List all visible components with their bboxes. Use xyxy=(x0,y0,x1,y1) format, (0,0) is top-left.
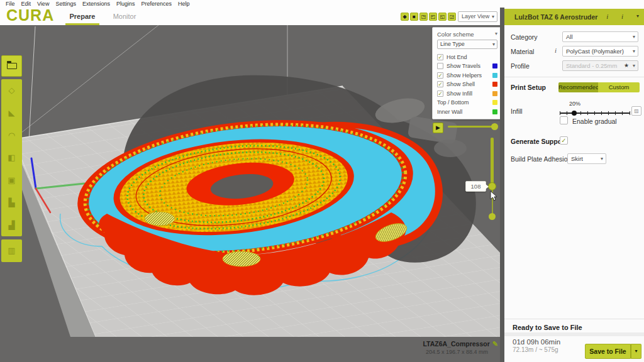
menu-preferences[interactable]: Preferences xyxy=(138,0,175,8)
adhesion-dropdown[interactable]: Skirt ▾ xyxy=(567,153,606,164)
view-front-icon[interactable]: ■ xyxy=(410,13,418,21)
show-infill-checkbox[interactable]: ✓ xyxy=(437,90,443,97)
category-value: All xyxy=(566,33,573,40)
generate-support-label: Generate Support xyxy=(511,138,567,145)
chevron-down-icon: ▾ xyxy=(633,61,635,70)
shell-color-swatch xyxy=(492,82,497,87)
menu-view[interactable]: View xyxy=(34,0,52,8)
view-top-icon[interactable]: ◳ xyxy=(419,13,428,21)
infill-pattern-button[interactable]: ▨ xyxy=(631,106,641,116)
machine-header[interactable]: LulzBot TAZ 6 Aerostruder i i ▾ xyxy=(504,9,644,25)
infill-label: Infill xyxy=(511,107,523,115)
cura-logo: CURA xyxy=(6,6,54,25)
layer-slider-bottom-handle[interactable] xyxy=(489,213,496,220)
menu-help[interactable]: Help xyxy=(175,0,193,8)
settings-panel: LulzBot TAZ 6 Aerostruder i i ▾ Category… xyxy=(500,0,644,362)
support-blocker-tool-icon[interactable]: ▟ xyxy=(1,221,22,230)
infill-slider-handle[interactable] xyxy=(572,111,577,116)
show-travels-checkbox[interactable] xyxy=(437,63,443,69)
menu-edit[interactable]: Edit xyxy=(18,0,35,8)
hot-end-label: Hot End xyxy=(447,54,467,60)
menu-file[interactable]: File xyxy=(3,0,18,8)
menu-plugins[interactable]: Plugins xyxy=(113,0,138,8)
color-scheme-label: Color scheme xyxy=(437,31,474,38)
tab-monitor[interactable]: Monitor xyxy=(109,13,140,20)
enable-gradual-label: Enable gradual xyxy=(572,118,617,125)
layer-slider-track-upper[interactable] xyxy=(491,138,494,187)
path-slider-handle[interactable] xyxy=(491,123,498,130)
view-left-icon[interactable]: ◰ xyxy=(429,13,437,21)
path-slider-track[interactable] xyxy=(448,126,496,128)
layer-row-travels: Show Travels xyxy=(437,62,497,71)
custom-supports-tool-icon[interactable]: ▙ xyxy=(1,198,22,207)
profile-dropdown[interactable]: Standard - 0.25mm ★ ▾ xyxy=(562,60,638,71)
show-shell-checkbox[interactable]: ✓ xyxy=(437,81,443,87)
print-setup-label: Print Setup xyxy=(511,84,546,91)
profile-value: Standard - 0.25mm xyxy=(566,62,617,69)
save-to-file-button[interactable]: Save to File xyxy=(585,344,631,359)
chevron-down-icon: ▾ xyxy=(633,47,635,56)
tab-prepare[interactable]: Prepare xyxy=(65,13,99,20)
viewport-3d-scene[interactable] xyxy=(0,25,500,362)
inner-wall-label: Inner Wall xyxy=(437,109,462,115)
view-right-icon[interactable]: ◱ xyxy=(438,13,447,21)
rotate-tool-icon[interactable]: ◠ xyxy=(1,131,22,140)
show-shell-label: Show Shell xyxy=(447,81,475,87)
edit-name-icon[interactable]: ✎ xyxy=(492,340,498,348)
material-dropdown[interactable]: PolyCast (Polymaker) ▾ xyxy=(562,46,638,57)
helpers-color-swatch xyxy=(492,73,497,78)
play-layer-animation-button[interactable]: ▶ xyxy=(433,123,443,133)
chevron-down-icon: ▾ xyxy=(492,40,495,48)
color-scheme-dropdown[interactable]: Line Type ▾ xyxy=(437,40,497,49)
layer-number-tooltip: 108 xyxy=(465,181,486,192)
collapse-icon[interactable]: ▾ xyxy=(495,31,497,36)
material-usage-estimate: 72.13m / ~ 575g xyxy=(513,346,558,353)
build-plate-adhesion-label: Build Plate Adhesion xyxy=(511,155,571,163)
top-bottom-label: Top / Bottom xyxy=(437,99,469,106)
chevron-down-icon: ▾ xyxy=(633,32,635,41)
enable-gradual-checkbox[interactable] xyxy=(560,116,568,124)
view-3d-icon[interactable]: ◆ xyxy=(401,13,409,21)
divider xyxy=(504,77,644,77)
show-helpers-label: Show Helpers xyxy=(447,72,482,79)
view-bottom-icon[interactable]: ◲ xyxy=(448,13,456,21)
tool-strip: ◇ ◣ ◠ ◧ ▣ ▙ ▟ xyxy=(1,79,22,236)
move-tool-icon[interactable]: ◇ xyxy=(1,85,22,95)
custom-button[interactable]: Custom xyxy=(598,82,640,92)
profile-label: Profile xyxy=(511,62,530,70)
info-icons[interactable]: i i xyxy=(606,13,629,20)
category-dropdown[interactable]: All ▾ xyxy=(562,31,638,42)
layer-slider-handle[interactable] xyxy=(488,182,496,190)
generate-support-checkbox[interactable]: ✓ xyxy=(560,136,568,145)
divider xyxy=(504,319,644,319)
scale-tool-icon[interactable]: ◣ xyxy=(1,108,22,118)
per-model-settings-tool-icon[interactable]: ▣ xyxy=(1,175,22,185)
print-time-estimate: 01d 09h 06min xyxy=(513,338,560,346)
layer-row-infill: ✓ Show Infill xyxy=(437,89,497,98)
top-bottom-color-swatch xyxy=(492,100,497,105)
menu-settings[interactable]: Settings xyxy=(52,0,79,8)
machine-name: LulzBot TAZ 6 Aerostruder xyxy=(514,13,597,21)
show-helpers-checkbox[interactable]: ✓ xyxy=(437,72,443,79)
menu-bar: File Edit View Settings Extensions Plugi… xyxy=(0,0,644,8)
view-mode-dropdown[interactable]: Layer View ▾ xyxy=(458,11,497,22)
layer-row-hot-end: ✓ Hot End xyxy=(437,53,497,62)
color-scheme-title: Color scheme ▾ xyxy=(437,31,497,38)
menu-extensions[interactable]: Extensions xyxy=(79,0,113,8)
model-dimensions: 204.5 x 196.7 x 88.4 mm xyxy=(340,349,498,355)
extruder-select-button[interactable]: ▥ xyxy=(1,239,22,262)
layer-view-settings-panel: Color scheme ▾ Line Type ▾ ✓ Hot End Sho… xyxy=(432,27,502,119)
chevron-down-icon: ▾ xyxy=(601,154,603,163)
adhesion-value: Skirt xyxy=(571,155,583,162)
view-mode-value: Layer View xyxy=(462,13,489,19)
infill-slider[interactable] xyxy=(560,111,630,116)
active-tab-underline xyxy=(65,23,99,25)
mirror-tool-icon[interactable]: ◧ xyxy=(1,153,22,162)
hot-end-checkbox[interactable]: ✓ xyxy=(437,54,443,60)
color-scheme-value: Line Type xyxy=(440,41,465,47)
material-info-icon[interactable]: i xyxy=(555,47,557,54)
recommended-button[interactable]: Recommended xyxy=(558,82,598,92)
open-file-button[interactable] xyxy=(1,55,22,77)
save-options-button[interactable]: ▾ xyxy=(631,344,641,359)
viewport-3d[interactable]: ◇ ◣ ◠ ◧ ▣ ▙ ▟ ▥ xyxy=(0,25,500,362)
